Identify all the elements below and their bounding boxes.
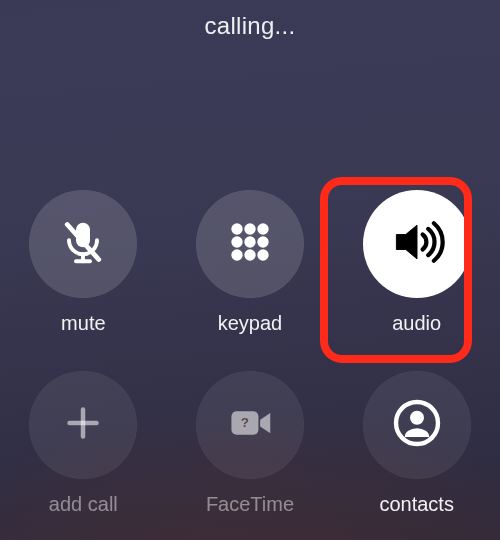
contact-icon — [389, 395, 445, 455]
keypad-cell: keypad — [175, 190, 325, 335]
call-screen: calling... mute — [0, 0, 500, 540]
plus-icon — [59, 399, 107, 451]
facetime-cell: ? FaceTime — [175, 371, 325, 516]
audio-button[interactable] — [363, 190, 471, 298]
contacts-button[interactable] — [363, 371, 471, 479]
microphone-off-icon — [55, 214, 111, 274]
speaker-icon — [387, 212, 447, 276]
svg-text:?: ? — [241, 415, 249, 430]
add-call-cell: add call — [8, 371, 158, 516]
svg-point-6 — [257, 223, 268, 234]
svg-point-10 — [231, 249, 242, 260]
svg-point-8 — [244, 236, 255, 247]
svg-point-7 — [231, 236, 242, 247]
add-call-button[interactable] — [29, 371, 137, 479]
call-controls-grid: mute — [0, 190, 500, 516]
audio-label: audio — [392, 312, 441, 335]
svg-point-18 — [410, 411, 424, 425]
contacts-cell: contacts — [342, 371, 492, 516]
add-call-label: add call — [49, 493, 118, 516]
svg-point-9 — [257, 236, 268, 247]
svg-point-12 — [257, 249, 268, 260]
svg-point-4 — [231, 223, 242, 234]
svg-point-5 — [244, 223, 255, 234]
keypad-icon — [224, 216, 276, 272]
facetime-label: FaceTime — [206, 493, 294, 516]
mute-button[interactable] — [29, 190, 137, 298]
mute-cell: mute — [8, 190, 158, 335]
facetime-button[interactable]: ? — [196, 371, 304, 479]
svg-point-11 — [244, 249, 255, 260]
contacts-label: contacts — [379, 493, 453, 516]
audio-cell: audio — [342, 190, 492, 335]
video-camera-icon: ? — [223, 396, 277, 454]
keypad-label: keypad — [218, 312, 283, 335]
keypad-button[interactable] — [196, 190, 304, 298]
call-status-text: calling... — [0, 12, 500, 40]
mute-label: mute — [61, 312, 105, 335]
